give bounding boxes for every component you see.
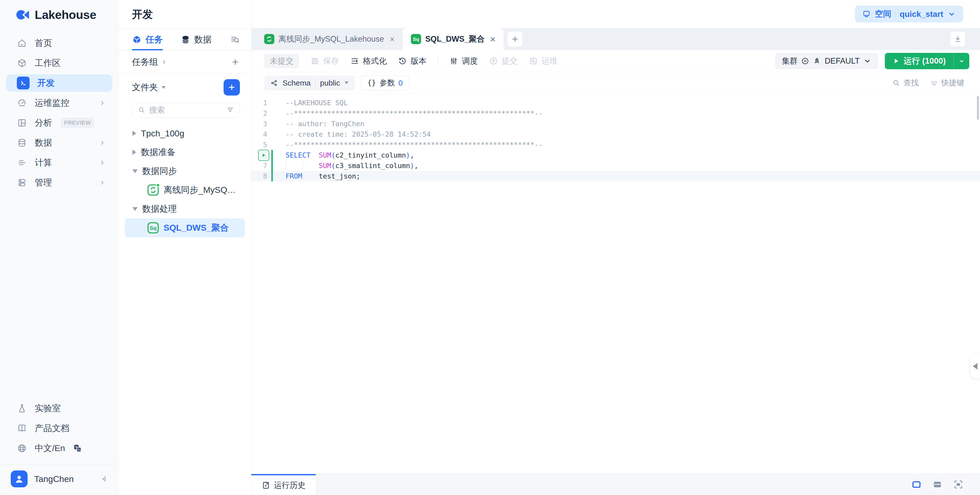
editor-tab-label: 离线同步_MySQL_Lakehouse — [278, 34, 384, 45]
collapse-sidebar-icon[interactable] — [99, 474, 108, 483]
download-button[interactable] — [950, 32, 965, 46]
close-tab-icon[interactable]: × — [390, 34, 395, 44]
chevron-down-icon[interactable] — [162, 86, 165, 89]
file-tree: Tpch_100g数据准备数据同步离线同步_MySQL_Lake...数据处理S… — [119, 124, 251, 237]
main-top-bar: 空间 quick_start — [251, 0, 980, 28]
sidebar-item-database[interactable]: 数据 — [6, 134, 112, 152]
editor-toolbar: 未提交 保存格式化版本调度提交运维 集群 DEFAULT 运行 (1000) — [251, 50, 980, 72]
filter-icon[interactable] — [226, 106, 234, 114]
plus-icon — [511, 35, 519, 43]
code-line[interactable]: 8FROM test_json; — [251, 171, 980, 181]
run-button[interactable]: 运行 (1000) — [885, 53, 969, 69]
explorer-header: 开发 — [119, 0, 251, 29]
caret-down-icon[interactable] — [132, 169, 138, 173]
version-button[interactable]: 版本 — [398, 56, 426, 66]
sidebar-item-layout[interactable]: 分析PREVIEW — [6, 114, 112, 131]
run-history-label: 运行历史 — [274, 480, 305, 491]
sidebar-item-home[interactable]: 首页 — [6, 35, 112, 52]
params-button[interactable]: {} 参数 0 — [361, 76, 409, 90]
tree-item-label: 数据处理 — [142, 203, 177, 215]
format-icon — [350, 56, 360, 65]
run-label: 运行 (1000) — [904, 56, 946, 67]
fullscreen-button[interactable] — [953, 479, 964, 490]
explorer-search-input[interactable]: 搜索 — [132, 102, 240, 118]
sidebar-nav: 首页工作区开发运维监控分析PREVIEW数据计算管理 — [0, 32, 118, 194]
find-button[interactable]: 查找 — [892, 78, 919, 88]
chevron-down-icon — [958, 58, 965, 64]
schema-value: public — [320, 79, 340, 87]
run-statement-button[interactable] — [258, 150, 269, 161]
sql-editor[interactable]: 1--LAKEHOUSE SQL2--*********************… — [251, 94, 980, 474]
task-group-row[interactable]: 任务组 — [119, 50, 251, 74]
caret-down-icon[interactable] — [132, 207, 138, 211]
tree-item-folder[interactable]: 数据同步 — [119, 162, 251, 180]
line-number: 1 — [251, 99, 271, 107]
tree-item-label: SQL_DWS_聚合 — [164, 222, 229, 234]
cluster-selector[interactable]: 集群 DEFAULT — [775, 53, 878, 69]
chevron-right-icon — [99, 100, 106, 106]
shortcuts-button[interactable]: 快捷键 — [930, 78, 964, 88]
plus-icon — [227, 83, 236, 92]
share-icon — [270, 79, 278, 87]
chevron-right-icon — [99, 179, 106, 186]
code-line[interactable]: 3-- author: TangChen — [251, 118, 980, 129]
sidebar-item-server[interactable]: 管理 — [6, 174, 112, 191]
sidebar-item-cube[interactable]: 工作区 — [6, 54, 112, 72]
tree-item-sql-task[interactable]: SqSQL_DWS_聚合 — [125, 219, 245, 237]
sidebar-footer-item[interactable]: 中文/En中En — [6, 439, 112, 457]
code-line[interactable]: 1--LAKEHOUSE SQL — [251, 97, 980, 108]
tree-item-sync-task[interactable]: 离线同步_MySQL_Lake... — [119, 180, 251, 200]
sidebar-item-label: 分析 — [35, 117, 52, 129]
translate-icon: 中En — [73, 444, 82, 453]
workspace-switcher[interactable]: 空间 quick_start — [855, 6, 963, 22]
chevron-right-icon — [161, 59, 167, 65]
explorer-tab-tasks[interactable]: 任务 — [132, 29, 163, 50]
close-tab-icon[interactable]: × — [490, 34, 495, 44]
monitor-icon — [862, 10, 871, 18]
user-row[interactable]: TangChen — [6, 468, 112, 489]
add-task-group-icon[interactable] — [231, 57, 240, 67]
split-view-button[interactable] — [932, 479, 943, 490]
explorer-tab-data[interactable]: 数据 — [181, 29, 212, 50]
tree-item-folder[interactable]: 数据处理 — [119, 200, 251, 219]
sidebar-footer-item[interactable]: 实验室 — [6, 400, 112, 417]
code-line[interactable]: 2--*************************************… — [251, 108, 980, 118]
sidebar-footer-item[interactable]: 产品文档 — [6, 420, 112, 437]
sidebar-item-terminal[interactable]: 开发 — [6, 74, 112, 92]
run-options-button[interactable] — [953, 53, 969, 69]
sidebar-item-compute[interactable]: 计算 — [6, 154, 112, 171]
panel-collapse-handle[interactable] — [970, 354, 980, 378]
code-line[interactable]: SELECT SUM(c2_tinyint_column), — [251, 150, 980, 160]
format-button[interactable]: 格式化 — [350, 56, 387, 66]
search-list-icon[interactable] — [230, 35, 240, 45]
divider — [895, 10, 896, 18]
line-number: 5 — [251, 141, 271, 148]
caret-right-icon[interactable] — [132, 150, 136, 155]
explorer-tab-label: 任务 — [145, 34, 163, 45]
add-file-button[interactable] — [224, 79, 240, 96]
tree-item-folder[interactable]: 数据准备 — [119, 143, 251, 162]
sidebar-item-label: 开发 — [37, 77, 55, 89]
schema-selector[interactable]: Schema public — [264, 76, 355, 90]
flask-icon — [17, 403, 27, 414]
sidebar-item-label: 计算 — [35, 157, 52, 169]
schedule-button[interactable]: 调度 — [449, 56, 478, 66]
code-line[interactable]: 5--*************************************… — [251, 139, 980, 150]
lakehouse-logo-icon — [16, 9, 30, 21]
rocket-icon — [813, 57, 821, 65]
new-tab-button[interactable] — [508, 32, 522, 46]
run-history-tab[interactable]: 运行历史 — [251, 474, 316, 495]
server-icon — [17, 177, 27, 188]
sidebar-item-label: 工作区 — [35, 57, 61, 69]
cube-solid-icon — [132, 35, 142, 45]
sidebar-footer-label: 产品文档 — [35, 422, 69, 434]
tree-item-folder[interactable]: Tpch_100g — [119, 124, 251, 143]
code-line[interactable]: 7 SUM(c3_smallint_column), — [251, 160, 980, 171]
sidebar-item-gauge[interactable]: 运维监控 — [6, 94, 112, 112]
caret-right-icon[interactable] — [132, 131, 136, 136]
editor-view-button[interactable] — [911, 479, 922, 490]
toolbar-divider — [438, 56, 438, 66]
editor-tab[interactable]: SqSQL_DWS_聚合× — [403, 28, 503, 50]
editor-tab[interactable]: 离线同步_MySQL_Lakehouse× — [256, 28, 403, 50]
code-line[interactable]: 4-- create time: 2025-05-28 14:52:54 — [251, 129, 980, 139]
